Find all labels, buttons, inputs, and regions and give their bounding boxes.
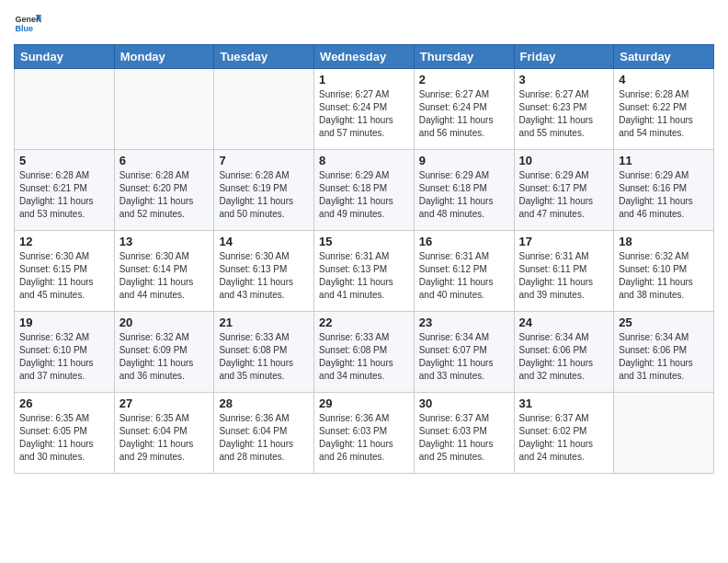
calendar-cell: 19Sunrise: 6:32 AMSunset: 6:10 PMDayligh… <box>15 312 115 393</box>
calendar-cell <box>15 69 115 150</box>
day-number: 7 <box>219 154 309 167</box>
calendar-header-row: SundayMondayTuesdayWednesdayThursdayFrid… <box>15 45 714 69</box>
calendar-cell: 22Sunrise: 6:33 AMSunset: 6:08 PMDayligh… <box>314 312 415 393</box>
day-number: 20 <box>119 316 210 329</box>
day-info: Sunrise: 6:28 AMSunset: 6:19 PMDaylight:… <box>219 169 309 221</box>
day-number: 17 <box>519 235 609 248</box>
calendar-cell: 15Sunrise: 6:31 AMSunset: 6:13 PMDayligh… <box>314 231 415 312</box>
calendar-header-friday: Friday <box>514 45 614 69</box>
calendar-cell: 1Sunrise: 6:27 AMSunset: 6:24 PMDaylight… <box>314 69 415 150</box>
day-number: 26 <box>19 396 109 410</box>
calendar-cell: 26Sunrise: 6:35 AMSunset: 6:05 PMDayligh… <box>15 393 115 474</box>
calendar-cell <box>114 69 214 150</box>
day-info: Sunrise: 6:37 AMSunset: 6:02 PMDaylight:… <box>519 412 609 464</box>
day-number: 8 <box>319 154 409 167</box>
calendar-cell: 5Sunrise: 6:28 AMSunset: 6:21 PMDaylight… <box>15 150 115 231</box>
calendar-cell: 14Sunrise: 6:30 AMSunset: 6:13 PMDayligh… <box>214 231 314 312</box>
day-number: 6 <box>119 154 210 167</box>
day-info: Sunrise: 6:31 AMSunset: 6:11 PMDaylight:… <box>519 250 609 302</box>
day-info: Sunrise: 6:33 AMSunset: 6:08 PMDaylight:… <box>219 331 309 383</box>
logo-icon: General Blue <box>14 9 41 37</box>
day-info: Sunrise: 6:32 AMSunset: 6:10 PMDaylight:… <box>19 331 109 383</box>
day-number: 11 <box>619 154 709 167</box>
day-number: 18 <box>619 235 709 248</box>
day-number: 4 <box>619 73 709 86</box>
day-number: 3 <box>519 73 609 86</box>
day-info: Sunrise: 6:28 AMSunset: 6:20 PMDaylight:… <box>119 169 210 221</box>
header: General Blue <box>14 9 714 37</box>
day-info: Sunrise: 6:34 AMSunset: 6:07 PMDaylight:… <box>419 331 509 383</box>
day-number: 12 <box>19 235 109 248</box>
calendar-cell: 20Sunrise: 6:32 AMSunset: 6:09 PMDayligh… <box>114 312 214 393</box>
calendar-cell: 2Sunrise: 6:27 AMSunset: 6:24 PMDaylight… <box>414 69 514 150</box>
day-info: Sunrise: 6:30 AMSunset: 6:15 PMDaylight:… <box>19 250 109 302</box>
calendar-cell: 11Sunrise: 6:29 AMSunset: 6:16 PMDayligh… <box>614 150 714 231</box>
day-info: Sunrise: 6:30 AMSunset: 6:13 PMDaylight:… <box>219 250 309 302</box>
calendar-header-saturday: Saturday <box>614 45 714 69</box>
day-info: Sunrise: 6:27 AMSunset: 6:24 PMDaylight:… <box>419 88 509 140</box>
day-number: 14 <box>219 235 309 248</box>
page-container: General Blue SundayMondayTuesdayWednesda… <box>0 0 728 563</box>
day-number: 13 <box>119 235 210 248</box>
day-number: 9 <box>419 154 509 167</box>
calendar-week-row: 5Sunrise: 6:28 AMSunset: 6:21 PMDaylight… <box>15 150 714 231</box>
calendar-cell: 30Sunrise: 6:37 AMSunset: 6:03 PMDayligh… <box>414 393 514 474</box>
calendar-table: SundayMondayTuesdayWednesdayThursdayFrid… <box>14 44 714 474</box>
day-info: Sunrise: 6:32 AMSunset: 6:10 PMDaylight:… <box>619 250 709 302</box>
calendar-week-row: 1Sunrise: 6:27 AMSunset: 6:24 PMDaylight… <box>15 69 714 150</box>
calendar-cell <box>614 393 714 474</box>
day-info: Sunrise: 6:28 AMSunset: 6:22 PMDaylight:… <box>619 88 709 140</box>
day-info: Sunrise: 6:34 AMSunset: 6:06 PMDaylight:… <box>519 331 609 383</box>
calendar-header-monday: Monday <box>114 45 214 69</box>
day-info: Sunrise: 6:32 AMSunset: 6:09 PMDaylight:… <box>119 331 210 383</box>
calendar-cell: 23Sunrise: 6:34 AMSunset: 6:07 PMDayligh… <box>414 312 514 393</box>
calendar-week-row: 26Sunrise: 6:35 AMSunset: 6:05 PMDayligh… <box>15 393 714 474</box>
day-number: 2 <box>419 73 509 86</box>
day-info: Sunrise: 6:29 AMSunset: 6:16 PMDaylight:… <box>619 169 709 221</box>
day-info: Sunrise: 6:31 AMSunset: 6:13 PMDaylight:… <box>319 250 409 302</box>
day-info: Sunrise: 6:35 AMSunset: 6:04 PMDaylight:… <box>119 412 210 464</box>
calendar-cell: 12Sunrise: 6:30 AMSunset: 6:15 PMDayligh… <box>15 231 115 312</box>
day-number: 1 <box>319 73 409 86</box>
calendar-cell: 10Sunrise: 6:29 AMSunset: 6:17 PMDayligh… <box>514 150 614 231</box>
day-info: Sunrise: 6:36 AMSunset: 6:04 PMDaylight:… <box>219 412 309 464</box>
calendar-cell: 29Sunrise: 6:36 AMSunset: 6:03 PMDayligh… <box>314 393 415 474</box>
calendar-cell: 21Sunrise: 6:33 AMSunset: 6:08 PMDayligh… <box>214 312 314 393</box>
day-info: Sunrise: 6:36 AMSunset: 6:03 PMDaylight:… <box>319 412 409 464</box>
calendar-cell: 28Sunrise: 6:36 AMSunset: 6:04 PMDayligh… <box>214 393 314 474</box>
day-info: Sunrise: 6:37 AMSunset: 6:03 PMDaylight:… <box>419 412 509 464</box>
calendar-cell: 9Sunrise: 6:29 AMSunset: 6:18 PMDaylight… <box>414 150 514 231</box>
day-number: 31 <box>519 396 609 410</box>
calendar-cell: 16Sunrise: 6:31 AMSunset: 6:12 PMDayligh… <box>414 231 514 312</box>
calendar-cell: 6Sunrise: 6:28 AMSunset: 6:20 PMDaylight… <box>114 150 214 231</box>
day-number: 25 <box>619 316 709 329</box>
calendar-cell: 17Sunrise: 6:31 AMSunset: 6:11 PMDayligh… <box>514 231 614 312</box>
calendar-cell: 25Sunrise: 6:34 AMSunset: 6:06 PMDayligh… <box>614 312 714 393</box>
calendar-cell: 31Sunrise: 6:37 AMSunset: 6:02 PMDayligh… <box>514 393 614 474</box>
calendar-cell: 24Sunrise: 6:34 AMSunset: 6:06 PMDayligh… <box>514 312 614 393</box>
calendar-header-thursday: Thursday <box>414 45 514 69</box>
calendar-header-sunday: Sunday <box>15 45 115 69</box>
calendar-week-row: 12Sunrise: 6:30 AMSunset: 6:15 PMDayligh… <box>15 231 714 312</box>
calendar-cell: 3Sunrise: 6:27 AMSunset: 6:23 PMDaylight… <box>514 69 614 150</box>
day-number: 15 <box>319 235 409 248</box>
day-number: 21 <box>219 316 309 329</box>
day-info: Sunrise: 6:28 AMSunset: 6:21 PMDaylight:… <box>19 169 109 221</box>
calendar-cell: 7Sunrise: 6:28 AMSunset: 6:19 PMDaylight… <box>214 150 314 231</box>
calendar-cell <box>214 69 314 150</box>
day-number: 22 <box>319 316 409 329</box>
calendar-cell: 8Sunrise: 6:29 AMSunset: 6:18 PMDaylight… <box>314 150 415 231</box>
svg-text:Blue: Blue <box>16 24 34 33</box>
calendar-week-row: 19Sunrise: 6:32 AMSunset: 6:10 PMDayligh… <box>15 312 714 393</box>
day-number: 16 <box>419 235 509 248</box>
calendar-cell: 27Sunrise: 6:35 AMSunset: 6:04 PMDayligh… <box>114 393 214 474</box>
day-number: 29 <box>319 396 409 410</box>
logo: General Blue <box>14 9 41 37</box>
day-number: 24 <box>519 316 609 329</box>
day-info: Sunrise: 6:34 AMSunset: 6:06 PMDaylight:… <box>619 331 709 383</box>
day-info: Sunrise: 6:29 AMSunset: 6:18 PMDaylight:… <box>319 169 409 221</box>
day-number: 23 <box>419 316 509 329</box>
day-info: Sunrise: 6:29 AMSunset: 6:18 PMDaylight:… <box>419 169 509 221</box>
day-number: 19 <box>19 316 109 329</box>
calendar-cell: 4Sunrise: 6:28 AMSunset: 6:22 PMDaylight… <box>614 69 714 150</box>
